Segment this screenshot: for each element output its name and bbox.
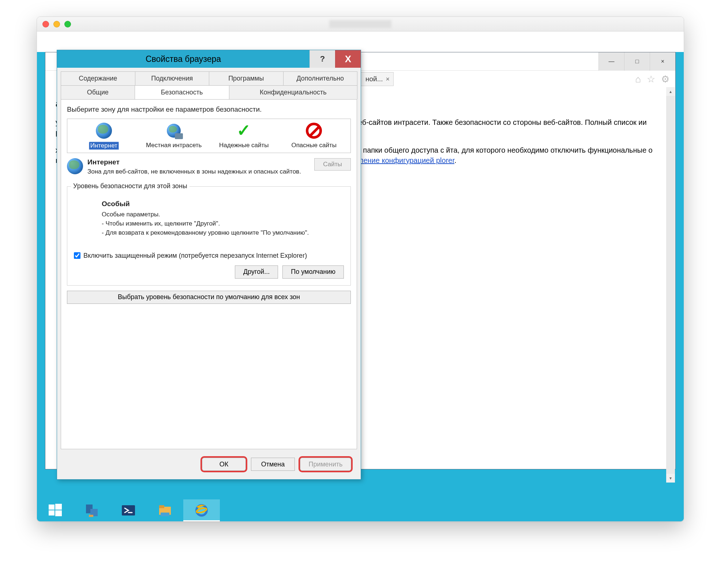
- mac-window-title-blurred: [329, 20, 391, 28]
- settings-icon[interactable]: ⚙: [661, 74, 669, 85]
- ok-button[interactable]: ОК: [202, 458, 246, 471]
- zone-select-label: Выберите зону для настройки ее параметро…: [67, 105, 351, 113]
- windows-desktop: — □ × ной... × ⌂ ☆ ⚙ асности Internet Ex…: [37, 52, 684, 521]
- start-button[interactable]: [37, 499, 74, 521]
- dialog-footer: ОК Отмена Применить: [61, 449, 357, 479]
- dialog-title: Свойства браузера: [57, 54, 309, 64]
- tab-connections[interactable]: Подключения: [135, 71, 210, 85]
- scroll-down-icon[interactable]: ▾: [666, 474, 675, 483]
- tab-privacy[interactable]: Конфиденциальность: [229, 85, 357, 99]
- tab-advanced[interactable]: Дополнительно: [283, 71, 358, 85]
- server-manager-icon: [85, 503, 99, 518]
- security-level-legend: Уровень безопасности для этой зоны: [71, 182, 189, 190]
- globe-icon: [96, 123, 112, 139]
- security-zones-list[interactable]: Интернет Местная интрасеть ✓ Надежные са…: [67, 119, 351, 153]
- globe-icon: [67, 158, 83, 174]
- security-tab-panel: Выберите зону для настройки ее параметро…: [61, 99, 357, 449]
- tab-strip: Содержание Подключения Программы Дополни…: [61, 71, 357, 99]
- svg-rect-2: [49, 510, 55, 515]
- internet-explorer-icon: [194, 503, 209, 518]
- protected-mode-checkbox-row[interactable]: Включить защищенный режим (потребуется п…: [74, 251, 344, 260]
- favorites-icon[interactable]: ☆: [647, 74, 655, 85]
- home-icon[interactable]: ⌂: [635, 74, 641, 85]
- default-level-button[interactable]: По умолчанию: [282, 265, 344, 279]
- apply-button[interactable]: Применить: [300, 458, 351, 471]
- zone-restricted-sites[interactable]: Опасные сайты: [279, 122, 349, 150]
- ie-maximize-button[interactable]: □: [624, 52, 650, 71]
- protected-mode-label: Включить защищенный режим (потребуется п…: [83, 251, 307, 260]
- file-explorer-icon: [158, 503, 172, 518]
- block-icon: [306, 123, 322, 139]
- close-icon[interactable]: ×: [386, 75, 390, 83]
- reset-all-zones-button[interactable]: Выбрать уровень безопасности по умолчани…: [67, 291, 351, 304]
- tab-content[interactable]: Содержание: [61, 71, 135, 85]
- mac-minimize-button[interactable]: [53, 21, 60, 27]
- svg-rect-6: [89, 515, 93, 517]
- windows-taskbar[interactable]: [37, 499, 684, 521]
- close-button[interactable]: X: [335, 50, 361, 68]
- svg-rect-9: [159, 505, 164, 508]
- mac-outer-window: — □ × ной... × ⌂ ☆ ⚙ асности Internet Ex…: [37, 16, 684, 522]
- sites-button[interactable]: Сайты: [314, 158, 351, 171]
- custom-level-button[interactable]: Другой...: [235, 265, 278, 279]
- security-level-description: Особые параметры. - Чтобы изменить их, щ…: [102, 210, 344, 237]
- browser-properties-dialog: Свойства браузера ? X Содержание Подключ…: [57, 50, 361, 480]
- protected-mode-checkbox[interactable]: [74, 252, 80, 259]
- svg-rect-10: [161, 513, 169, 516]
- zone-trusted-sites[interactable]: ✓ Надежные сайты: [209, 122, 279, 150]
- mac-zoom-button[interactable]: [64, 21, 71, 27]
- zone-local-intranet[interactable]: Местная интрасеть: [139, 122, 209, 150]
- dialog-titlebar[interactable]: Свойства браузера ? X: [57, 50, 361, 68]
- ie-close-button[interactable]: ×: [650, 52, 675, 71]
- tab-security[interactable]: Безопасность: [135, 85, 229, 99]
- mac-close-button[interactable]: [42, 21, 49, 27]
- windows-logo-icon: [49, 504, 62, 517]
- taskbar-server-manager[interactable]: [74, 499, 110, 521]
- vertical-scrollbar[interactable]: ▴ ▾: [666, 87, 675, 483]
- ie-minimize-button[interactable]: —: [598, 52, 624, 71]
- taskbar-powershell[interactable]: [110, 499, 147, 521]
- help-button[interactable]: ?: [309, 50, 335, 68]
- zone-description-title: Интернет: [87, 158, 310, 166]
- taskbar-file-explorer[interactable]: [147, 499, 183, 521]
- taskbar-internet-explorer[interactable]: [183, 499, 220, 521]
- security-level-title: Особый: [102, 200, 344, 208]
- svg-rect-3: [55, 510, 62, 516]
- tab-programs[interactable]: Программы: [209, 71, 284, 85]
- svg-rect-0: [49, 505, 55, 510]
- checkmark-icon: ✓: [237, 120, 251, 141]
- scroll-up-icon[interactable]: ▴: [666, 87, 675, 96]
- tab-general[interactable]: Общие: [61, 85, 135, 99]
- svg-rect-1: [55, 504, 62, 510]
- zone-internet[interactable]: Интернет: [69, 122, 139, 150]
- ie-browser-tab[interactable]: ной... ×: [360, 72, 394, 86]
- security-level-group: Уровень безопасности для этой зоны Особы…: [67, 186, 351, 285]
- zone-description-text: Зона для веб-сайтов, не включенных в зон…: [87, 168, 310, 176]
- mac-titlebar: [37, 17, 684, 31]
- powershell-icon: [121, 503, 136, 518]
- ie-tab-label: ной...: [365, 75, 383, 83]
- cancel-button[interactable]: Отмена: [251, 458, 295, 471]
- globe-computer-icon: [167, 124, 181, 138]
